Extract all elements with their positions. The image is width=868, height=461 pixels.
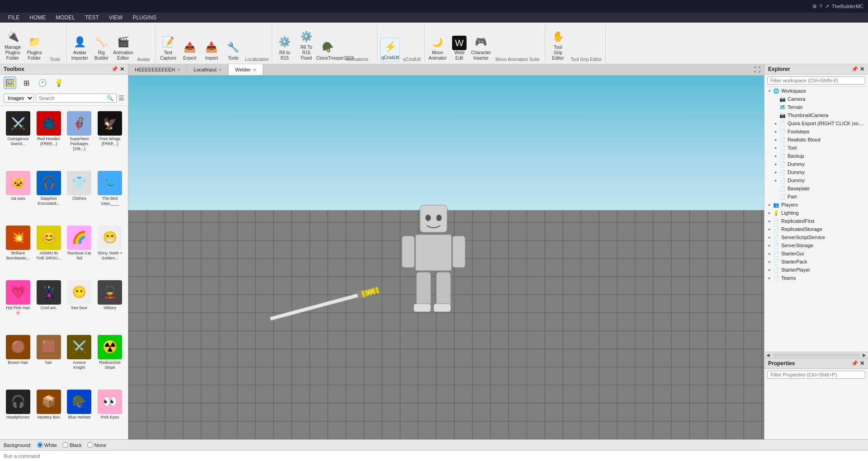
properties-close-icon[interactable]: ✕ [860, 360, 864, 367]
menu-home[interactable]: HOME [25, 14, 50, 22]
tab-welder[interactable]: Welder ✕ [229, 64, 263, 75]
command-input[interactable] [4, 453, 139, 459]
menu-model[interactable]: MODEL [51, 14, 80, 22]
properties-pin-icon[interactable]: 📌 [851, 360, 858, 367]
tree-item-baseplate[interactable]: 📄Baseplate [764, 184, 868, 193]
close-welder[interactable]: ✕ [253, 67, 256, 72]
toolbox-item-13[interactable]: 🦹Cool set. [34, 278, 63, 331]
toolbox-item-21[interactable]: 📦Mystery Box [34, 388, 63, 436]
tree-item-part[interactable]: 📄Part [764, 193, 868, 201]
tab-light[interactable]: 💡 [52, 76, 65, 89]
menu-test[interactable]: TEST [80, 14, 104, 22]
toolbox-item-20[interactable]: 🎧Headphones [4, 388, 33, 436]
export-button[interactable]: 📤 Export [180, 38, 200, 62]
tree-item-workspace[interactable]: ▾🌐Workspace [764, 87, 868, 95]
toolbox-item-0[interactable]: ⚔️Outrageous Sword... [4, 109, 33, 167]
settings-icon[interactable]: ⚙ [812, 4, 817, 9]
tab-images[interactable]: 🖼️ [4, 76, 16, 89]
text-capture-button[interactable]: 📝 TextCapture [158, 33, 178, 62]
rig-builder-button[interactable]: 🦴 RigBuilder [91, 33, 111, 62]
tree-item-players[interactable]: ▸👥Players [764, 201, 868, 209]
bg-white-option[interactable]: White [37, 442, 57, 448]
avatar-importer-button[interactable]: 👤 AvatarImporter [70, 33, 90, 62]
viewport-canvas[interactable] [128, 75, 764, 439]
r6-to-r15-fixed-button[interactable]: ⚙️ R6 To R15Fixed [297, 28, 316, 62]
explorer-search-input[interactable] [767, 76, 865, 85]
toolbox-item-23[interactable]: 👀Pink Eyes [95, 388, 124, 436]
explorer-scroll-right[interactable]: ▶ [861, 353, 868, 358]
viewport-expand-icon[interactable]: ⛶ [750, 64, 764, 75]
explorer-pin-icon[interactable]: 📌 [851, 66, 858, 72]
tree-item-serverstorage[interactable]: ▸📄ServerStorage [764, 241, 868, 249]
tree-item-tool[interactable]: ▸📄Tool [764, 144, 868, 152]
qcmdutl-button[interactable]: ⚡ qCmdUtl [380, 38, 400, 62]
tree-item-startergui[interactable]: ▸📄StarterGui [764, 249, 868, 258]
toolbox-item-12[interactable]: 💗Hot Pink Hair 🌸 [4, 278, 33, 331]
toolbox-type-select[interactable]: Images Models Decals Audio Videos [4, 94, 34, 103]
tree-item-serverscriptservice[interactable]: ▸📄ServerScriptService [764, 233, 868, 241]
toolbox-item-16[interactable]: 🟤Brown Hair [4, 333, 33, 386]
menu-plugins[interactable]: PLUGINS [128, 14, 161, 22]
tree-item-replicatedstorage[interactable]: ▸📄ReplicatedStorage [764, 225, 868, 233]
tab-heeeeeeeeeeh[interactable]: HEEEEEEEEEEH ✕ [128, 64, 187, 75]
toolbox-item-3[interactable]: 🦅Free Wings [FREE...] [95, 109, 124, 167]
tree-item-starterplayer[interactable]: ▸📄StarterPlayer [764, 266, 868, 274]
menu-view[interactable]: VIEW [104, 14, 127, 22]
animation-editor-button[interactable]: 🎬 AnimationEditor [113, 33, 133, 62]
close-heeeeeeeeeeh[interactable]: ✕ [177, 67, 180, 72]
tree-item-dummy3[interactable]: ▸📄Dummy [764, 176, 868, 184]
bg-black-option[interactable]: Black [62, 442, 82, 448]
share-icon[interactable]: ↗ [825, 4, 829, 9]
toolbox-filter-icon[interactable]: ☰ [118, 94, 124, 102]
toolbox-item-17[interactable]: 🟫hair [34, 333, 63, 386]
tab-localinput[interactable]: LocalInput ✕ [187, 64, 229, 75]
tree-item-quickexport[interactable]: ▸📄Quick Export (RIGHT CLICK )xsisx FILES… [764, 119, 868, 127]
toolbox-item-9[interactable]: 😊ADMIN IN THE GROU... [34, 224, 63, 277]
toolbox-item-6[interactable]: 👕Clothes [65, 169, 94, 222]
moon-animator-button[interactable]: 🌙 MoonAnimator [428, 33, 448, 62]
explorer-close-icon[interactable]: ✕ [860, 66, 864, 72]
plugins-folder-button[interactable]: 📁 PluginsFolder [24, 33, 44, 62]
tools-button[interactable]: 🔧 Tools [223, 38, 243, 62]
bg-black-radio[interactable] [62, 442, 68, 448]
toolbox-item-11[interactable]: 😁Shiny Teeth + Golden... [95, 224, 124, 277]
toolbox-item-10[interactable]: 🌈Rainbow Cat Tail [65, 224, 94, 277]
toolbox-item-8[interactable]: 💥Brilliant Bombtastic... [4, 224, 33, 277]
toolbox-close-icon[interactable]: ✕ [120, 66, 124, 72]
tree-item-backup[interactable]: ▸📄Backup [764, 152, 868, 160]
explorer-hscrollbar[interactable] [773, 353, 860, 357]
character-inserter-button[interactable]: 🎮 CharacterInserter [471, 33, 491, 62]
toolbox-item-4[interactable]: 🐱cat ears [4, 169, 33, 222]
tab-grid[interactable]: ⊞ [20, 76, 33, 89]
tree-item-dummy2[interactable]: ▸📄Dummy [764, 168, 868, 176]
tree-item-lighting[interactable]: ▸💡Lighting [764, 209, 868, 217]
toolbox-item-7[interactable]: 🐦The Bird Says____ [95, 169, 124, 222]
bg-white-radio[interactable] [37, 442, 43, 448]
bg-none-radio[interactable] [87, 442, 93, 448]
tree-item-replicatedfirst[interactable]: ▸📄ReplicatedFirst [764, 217, 868, 225]
tree-item-dummy1[interactable]: ▸📄Dummy [764, 160, 868, 168]
tree-item-realisticblood[interactable]: ▸📄Realistic Blood [764, 136, 868, 144]
close-localinput[interactable]: ✕ [218, 67, 222, 72]
toolbox-item-1[interactable]: 🧥Red Hoodie! (FREE...) [34, 109, 63, 167]
toolbox-pin-icon[interactable]: 📌 [111, 66, 118, 72]
toolbox-item-5[interactable]: 🎧Sapphire Encrusted... [34, 169, 63, 222]
toolbox-item-18[interactable]: ⚔️Aureus Knight [65, 333, 94, 386]
tree-item-teams[interactable]: ▸📄Teams [764, 274, 868, 282]
toolbox-search-input[interactable] [39, 95, 107, 101]
tool-grip-editor-button[interactable]: ✋ Tool GripEditor [548, 28, 568, 62]
toolbox-item-14[interactable]: 😶free face [65, 278, 94, 331]
toolbox-item-15[interactable]: 💂Military [95, 278, 124, 331]
help-icon[interactable]: ? [820, 4, 822, 9]
tree-item-thumbnailcamera[interactable]: 📷ThumbnailCamera [764, 111, 868, 119]
explorer-scroll-left[interactable]: ◀ [764, 353, 772, 358]
tree-item-camera[interactable]: 📷Camera [764, 95, 868, 103]
manage-plugins-button[interactable]: 🔌 ManagePlugins Folder [3, 28, 23, 62]
toolbox-item-19[interactable]: ☢️Radioactive Stripe [95, 333, 124, 386]
toolbox-item-2[interactable]: 🦸Superhero Packages [33k...] [65, 109, 94, 167]
tree-item-starterpack[interactable]: ▸📄StarterPack [764, 258, 868, 266]
tree-item-footsteps[interactable]: ▸📄Footsteps [764, 127, 868, 136]
bg-none-option[interactable]: None [87, 442, 106, 448]
toolbox-item-22[interactable]: 🪖Blue Helmet [65, 388, 94, 436]
weld-edit-button[interactable]: W WeldEdit [449, 35, 469, 62]
